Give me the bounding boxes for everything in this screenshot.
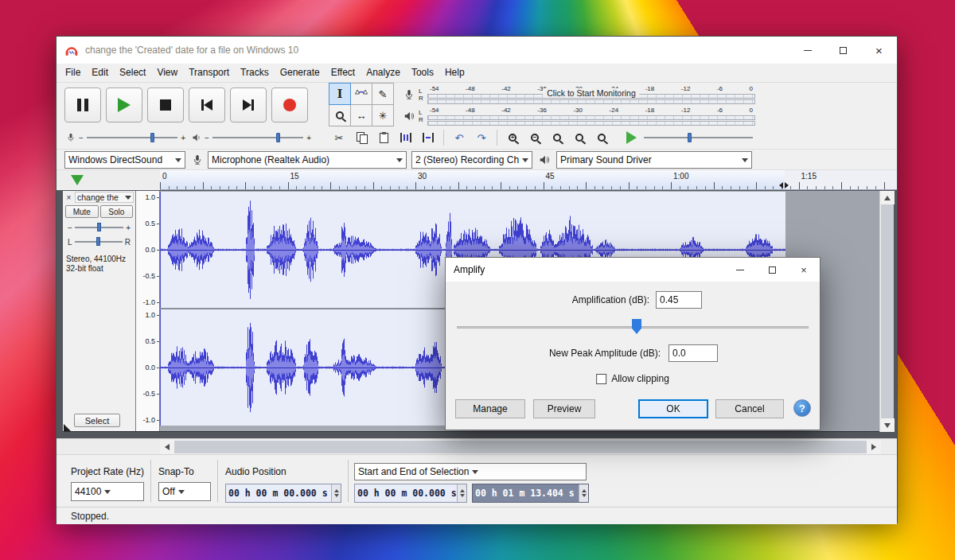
project-rate-combo[interactable]: 44100 <box>71 482 144 501</box>
playback-volume-thumb[interactable] <box>276 133 280 142</box>
timeline-ruler[interactable]: 01530451:001:15 <box>160 170 897 190</box>
recording-volume-slider[interactable]: − + <box>66 126 185 149</box>
menu-edit[interactable]: Edit <box>86 64 114 82</box>
selection-start-display[interactable]: 00 h 00 m 00.000 s <box>354 484 467 503</box>
vertical-scale-ruler[interactable]: 1.00.50.0-0.5-1.0 1.00.50.0-0.5-1.0 <box>136 191 160 431</box>
menu-effect[interactable]: Effect <box>325 64 361 82</box>
multi-tool-button[interactable]: ✳ <box>372 104 394 126</box>
draw-tool-button[interactable]: ✎ <box>372 83 394 105</box>
scroll-right-button[interactable] <box>867 440 881 454</box>
vertical-scrollbar[interactable] <box>879 191 894 432</box>
dialog-minimize-button[interactable] <box>724 258 756 282</box>
selection-end-display[interactable]: 00 h 01 m 13.404 s <box>472 484 589 503</box>
zoom-out-button[interactable]: − <box>525 129 544 146</box>
maximize-button[interactable] <box>825 37 861 64</box>
zoom-in-button[interactable]: + <box>503 129 522 146</box>
horizontal-scroll-thumb[interactable] <box>174 441 867 453</box>
play-at-speed-button[interactable] <box>622 129 641 146</box>
gain-slider[interactable]: − + <box>68 221 131 234</box>
stop-button[interactable] <box>147 88 184 122</box>
record-button[interactable] <box>271 88 308 122</box>
selection-tool-button[interactable]: I <box>329 83 351 105</box>
scroll-left-button[interactable] <box>160 440 174 454</box>
cancel-button[interactable]: Cancel <box>715 399 784 418</box>
recording-volume-thumb[interactable] <box>150 133 154 142</box>
pan-slider[interactable]: L R <box>68 235 131 248</box>
selection-mode-combo[interactable]: Start and End of Selection <box>354 463 587 480</box>
redo-button[interactable]: ↷ <box>472 129 491 146</box>
playback-device-combo[interactable]: Primary Sound Driver <box>556 151 752 169</box>
fit-selection-button[interactable] <box>548 129 567 146</box>
menu-tools[interactable]: Tools <box>406 64 439 82</box>
skip-to-start-button[interactable] <box>189 88 225 122</box>
paste-button[interactable] <box>374 129 393 146</box>
close-button[interactable]: × <box>861 37 897 64</box>
cut-button[interactable]: ✂ <box>329 129 349 146</box>
trim-audio-button[interactable] <box>396 129 415 146</box>
scroll-up-button[interactable] <box>880 191 895 204</box>
menu-view[interactable]: View <box>151 64 183 82</box>
play-speed-thumb[interactable] <box>688 133 692 142</box>
menu-tracks[interactable]: Tracks <box>235 64 275 82</box>
timeline[interactable]: 01530451:001:15 <box>57 169 897 190</box>
play-button[interactable] <box>106 88 142 122</box>
horizontal-scrollbar[interactable] <box>160 440 881 454</box>
spinner[interactable] <box>579 484 588 502</box>
spinner[interactable] <box>457 484 466 502</box>
pinned-playhead-icon[interactable] <box>71 175 84 185</box>
amplification-input[interactable] <box>656 291 702 309</box>
menu-file[interactable]: File <box>60 64 86 82</box>
spinner[interactable] <box>331 484 341 502</box>
zoom-toggle-button[interactable] <box>592 129 611 146</box>
zoom-tool-button[interactable] <box>329 104 351 126</box>
track-select-button[interactable]: Select <box>74 414 120 427</box>
minimize-button[interactable] <box>789 37 825 64</box>
dialog-close-button[interactable]: × <box>788 258 820 282</box>
vertical-scroll-thumb[interactable] <box>881 204 894 418</box>
ok-button[interactable]: OK <box>638 399 708 418</box>
titlebar[interactable]: change the 'Created' date for a file on … <box>57 37 897 64</box>
audio-position-display[interactable]: 00 h 00 m 00.000 s <box>225 484 341 503</box>
monitoring-label[interactable]: Click to Start Monitoring <box>543 88 639 98</box>
menu-help[interactable]: Help <box>439 64 470 82</box>
silence-audio-button[interactable] <box>419 129 438 146</box>
menu-analyze[interactable]: Analyze <box>361 64 406 82</box>
timeshift-tool-button[interactable]: ↔ <box>350 104 372 126</box>
track-collapse-handle[interactable] <box>64 424 71 431</box>
track-name-menu[interactable]: change the <box>75 192 134 203</box>
scroll-down-button[interactable] <box>880 418 895 432</box>
amplify-titlebar[interactable]: Amplify × <box>446 258 820 282</box>
audio-host-combo[interactable]: Windows DirectSound <box>64 151 185 169</box>
envelope-tool-button[interactable] <box>350 83 372 105</box>
recording-channels-combo[interactable]: 2 (Stereo) Recording Channels <box>411 151 532 169</box>
playback-meter[interactable]: LR -54-48-42-36-30-24-18-12-60 <box>403 106 755 126</box>
help-button[interactable]: ? <box>793 399 811 417</box>
new-peak-input[interactable] <box>668 344 718 362</box>
allow-clipping-row[interactable]: Allow clipping <box>596 373 669 384</box>
recording-device-combo[interactable]: Microphone (Realtek Audio) <box>208 151 407 169</box>
preview-button[interactable]: Preview <box>533 399 595 418</box>
track-name: change the <box>77 192 119 202</box>
playback-volume-slider[interactable]: − + <box>192 126 311 149</box>
mute-button[interactable]: Mute <box>65 205 99 218</box>
undo-button[interactable]: ↶ <box>450 129 469 146</box>
pan-thumb[interactable] <box>96 237 100 246</box>
snap-to-combo[interactable]: Off <box>158 482 211 501</box>
skip-to-end-button[interactable] <box>230 88 267 122</box>
amplification-slider-thumb[interactable] <box>632 319 641 334</box>
pause-button[interactable] <box>64 88 101 122</box>
menu-generate[interactable]: Generate <box>275 64 325 82</box>
fit-project-button[interactable] <box>570 129 589 146</box>
manage-button[interactable]: Manage <box>455 399 525 418</box>
allow-clipping-checkbox[interactable] <box>596 374 606 384</box>
track-close-button[interactable]: × <box>64 193 73 202</box>
gain-thumb[interactable] <box>97 223 101 231</box>
copy-button[interactable] <box>352 129 371 146</box>
menu-select[interactable]: Select <box>114 64 151 82</box>
record-icon <box>283 99 296 111</box>
recording-meter[interactable]: LR -54-48-42-36-30-24-18-12-60 Click to … <box>403 84 755 105</box>
dialog-maximize-button[interactable] <box>756 258 788 282</box>
play-speed-slider[interactable] <box>644 132 753 143</box>
menu-transport[interactable]: Transport <box>183 64 235 82</box>
solo-button[interactable]: Solo <box>100 205 134 218</box>
